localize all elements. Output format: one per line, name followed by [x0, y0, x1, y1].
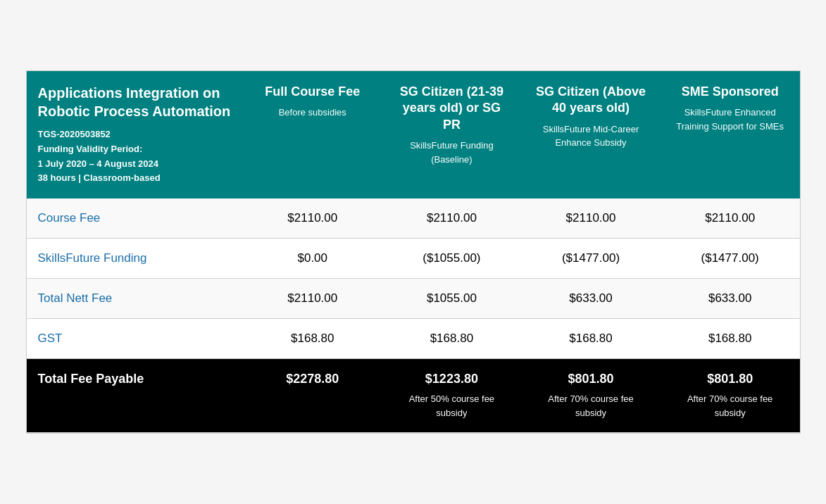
funding-label: Funding Validity Period:	[38, 142, 232, 157]
header-sme-sponsored: SME Sponsored SkillsFuture Enhanced Trai…	[661, 71, 800, 199]
col5-title: SME Sponsored	[672, 84, 789, 100]
total-label: Total Fee Payable	[27, 359, 243, 433]
row-col2: $2110.00	[243, 199, 382, 239]
total-col2: $2278.80	[243, 359, 382, 433]
course-code: TGS-2020503852	[38, 127, 232, 142]
row-col4: $633.00	[521, 279, 661, 319]
col3-title: SG Citizen (21-39 years old) or SG PR	[394, 84, 511, 133]
course-hours: 38 hours | Classroom-based	[38, 171, 232, 186]
total-col5: $801.80 After 70% course fee subsidy	[661, 359, 800, 433]
col2-title: Full Course Fee	[254, 84, 371, 100]
row-label: SkillsFuture Funding	[27, 239, 243, 279]
row-col5: $633.00	[661, 279, 800, 319]
header-full-fee: Full Course Fee Before subsidies	[243, 71, 382, 199]
row-col5: $168.80	[661, 319, 800, 359]
header-sg-citizen-senior: SG Citizen (Above 40 years old) SkillsFu…	[521, 71, 661, 199]
row-col3: ($1055.00)	[382, 239, 522, 279]
row-col2: $2110.00	[243, 279, 382, 319]
total-col3: $1223.80 After 50% course fee subsidy	[382, 359, 522, 433]
table-row: Total Nett Fee $2110.00 $1055.00 $633.00…	[27, 279, 800, 319]
pricing-table: Applications Integration on Robotic Proc…	[26, 70, 801, 434]
row-col5: $2110.00	[661, 199, 800, 239]
row-col2: $0.00	[243, 239, 382, 279]
row-col4: ($1477.00)	[521, 239, 661, 279]
row-col3: $2110.00	[382, 199, 522, 239]
row-col4: $2110.00	[521, 199, 661, 239]
row-label: Course Fee	[27, 199, 243, 239]
table-row: SkillsFuture Funding $0.00 ($1055.00) ($…	[27, 239, 800, 279]
table-row: GST $168.80 $168.80 $168.80 $168.80	[27, 319, 800, 359]
row-col3: $168.80	[382, 319, 522, 359]
col2-sub: Before subsidies	[254, 106, 371, 120]
col3-sub: SkillsFuture Funding (Baseline)	[394, 139, 511, 166]
header-course-info: Applications Integration on Robotic Proc…	[27, 71, 243, 199]
col4-sub: SkillsFuture Mid-Career Enhance Subsidy	[532, 122, 649, 150]
row-col3: $1055.00	[382, 279, 522, 319]
row-label: Total Nett Fee	[27, 279, 243, 319]
funding-period: 1 July 2020 – 4 August 2024	[38, 157, 232, 172]
table-row: Course Fee $2110.00 $2110.00 $2110.00 $2…	[27, 199, 800, 239]
row-col5: ($1477.00)	[661, 239, 800, 279]
total-fee-row: Total Fee Payable $2278.80 $1223.80 Afte…	[27, 359, 800, 433]
course-title: Applications Integration on Robotic Proc…	[38, 84, 232, 120]
row-col2: $168.80	[243, 319, 382, 359]
total-col4: $801.80 After 70% course fee subsidy	[521, 359, 661, 433]
course-meta: TGS-2020503852 Funding Validity Period: …	[38, 127, 232, 186]
col4-title: SG Citizen (Above 40 years old)	[532, 84, 649, 117]
header-sg-citizen-young: SG Citizen (21-39 years old) or SG PR Sk…	[382, 71, 522, 199]
col5-sub: SkillsFuture Enhanced Training Support f…	[672, 106, 789, 133]
row-col4: $168.80	[521, 319, 661, 359]
row-label: GST	[27, 319, 243, 359]
